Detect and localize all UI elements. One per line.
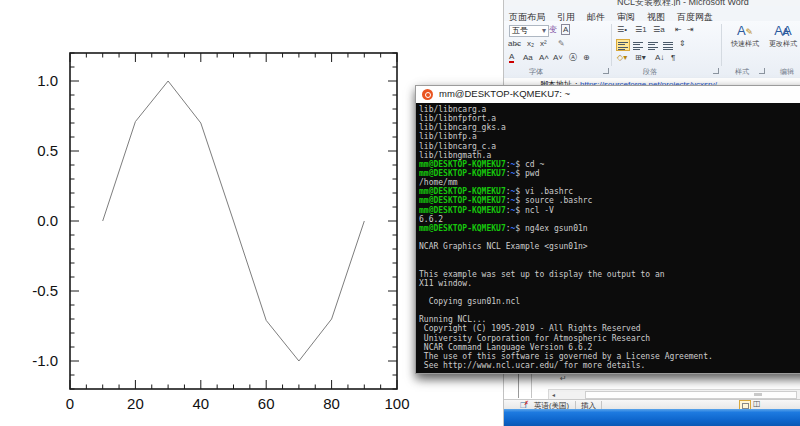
x-tick-label: 80 xyxy=(323,395,340,412)
shrink-font-button[interactable]: A˅ xyxy=(553,52,563,63)
terminal-window[interactable]: mm@DESKTOP-KQMEKU7: ~ lib/libncarg.alib/… xyxy=(415,85,800,374)
paragraph-dialog-launcher-icon[interactable] xyxy=(713,68,719,74)
terminal-output-line: lib/libncarg_c.a xyxy=(419,142,800,151)
terminal-output-line: lib/libncarg.a xyxy=(419,105,800,114)
terminal-command-line: mm@DESKTOP-KQMEKU7:~$ source .bashrc xyxy=(419,196,800,205)
align-left-button[interactable] xyxy=(616,39,630,51)
y-tick-label: 0.0 xyxy=(37,212,58,229)
terminal-output-line: University Corporation for Atmospheric R… xyxy=(419,334,800,343)
decrease-indent-button[interactable]: ⇤ xyxy=(675,24,682,35)
command-text: source .bashrc xyxy=(525,196,592,205)
terminal-output-line: lib/libngmath.a xyxy=(419,151,800,160)
grow-font-button[interactable]: A˄ xyxy=(539,52,549,63)
statusbar-divider xyxy=(601,401,602,409)
x-tick-label: 20 xyxy=(127,395,144,412)
y-tick-label: -0.5 xyxy=(32,282,58,299)
command-text: ng4ex gsun01n xyxy=(525,224,588,233)
y-tick-label: 1.0 xyxy=(37,72,58,89)
terminal-title: mm@DESKTOP-KQMEKU7: ~ xyxy=(439,88,570,99)
circle-character-button[interactable]: ⊕ xyxy=(583,52,590,63)
superscript-button[interactable]: x² xyxy=(540,38,547,49)
spellcheck-error-icon: ✗ xyxy=(524,399,529,406)
terminal-output-line: Copyright (C) 1995-2019 - All Rights Res… xyxy=(419,324,800,333)
align-right-button[interactable] xyxy=(646,39,660,51)
shading-button[interactable]: ◇▾ xyxy=(617,52,627,63)
taskbar xyxy=(503,409,800,426)
subscript-button[interactable]: x₂ xyxy=(527,38,534,49)
scroll-left-icon[interactable]: ◂ xyxy=(552,391,555,398)
pinyin-guide-button[interactable]: 变 xyxy=(549,24,557,35)
terminal-output-line xyxy=(419,233,800,242)
justify-button[interactable] xyxy=(661,39,675,51)
terminal-output-line: NCAR Command Language Version 6.6.2 xyxy=(419,343,800,352)
terminal-screen[interactable]: lib/libncarg.alib/libnfpfort.alib/libnca… xyxy=(416,103,800,373)
terminal-titlebar[interactable]: mm@DESKTOP-KQMEKU7: ~ xyxy=(416,86,800,104)
scrollbar-thumb[interactable] xyxy=(585,391,797,399)
terminal-command-line: mm@DESKTOP-KQMEKU7:~$ pwd xyxy=(419,169,800,178)
borders-button[interactable]: ⊞▾ xyxy=(635,52,646,63)
reading-view-button[interactable]: ◫ xyxy=(753,399,761,408)
character-border-button[interactable]: A xyxy=(561,24,570,35)
quick-styles-button[interactable]: A✎ 快速样式 xyxy=(727,23,763,57)
terminal-output-line: 6.6.2 xyxy=(419,215,800,224)
terminal-output-line xyxy=(419,306,800,315)
prompt-sigil: $ xyxy=(515,169,525,178)
table-gridline xyxy=(531,372,532,398)
x-tick-label: 60 xyxy=(258,395,275,412)
terminal-command-line: mm@DESKTOP-KQMEKU7:~$ vi .bashrc xyxy=(419,187,800,196)
terminal-output-line xyxy=(419,260,800,269)
terminal-output-line: This example was set up to display the o… xyxy=(419,270,800,279)
x-tick-label: 100 xyxy=(384,395,409,412)
command-text: ncl -V xyxy=(525,206,554,215)
change-styles-label: 更改样式 xyxy=(765,39,800,49)
pencil-icon: ✎ xyxy=(746,27,754,37)
terminal-command-line: mm@DESKTOP-KQMEKU7:~$ ng4ex gsun01n xyxy=(419,224,800,233)
change-case-button[interactable]: Aa xyxy=(523,52,533,63)
enclose-characters-button[interactable]: Ⓐ xyxy=(569,52,577,63)
terminal-output-line: lib/libnfp.a xyxy=(419,132,800,141)
styles-group-label: 样式 xyxy=(735,67,749,77)
font-group-label: 字体 xyxy=(529,67,543,77)
line-spacing-button[interactable]: ⇕ xyxy=(679,38,686,49)
styles-dialog-launcher-icon[interactable] xyxy=(759,68,765,74)
ubuntu-icon xyxy=(422,89,433,100)
increase-indent-button[interactable]: ⇥ xyxy=(687,24,694,35)
show-marks-button[interactable]: ¶ xyxy=(671,52,675,63)
format-painter-icon[interactable]: ✎ xyxy=(558,38,565,49)
data-line xyxy=(103,81,365,361)
x-tick-label: 40 xyxy=(192,395,209,412)
command-text: cd ~ xyxy=(525,160,544,169)
command-text: pwd xyxy=(525,169,539,178)
terminal-output-line: See http://www.ncl.ucar.edu/ for more de… xyxy=(419,361,800,370)
x-tick-label: 0 xyxy=(66,395,74,412)
terminal-output-line: NCAR Graphics NCL Example <gsun01n> xyxy=(419,242,800,251)
terminal-output-line: The use of this software is governed by … xyxy=(419,352,800,361)
font-size-combo[interactable]: 五号 ▾ xyxy=(509,25,549,37)
terminal-command-line: mm@DESKTOP-KQMEKU7:~$ ncl -V xyxy=(419,206,800,215)
prompt-user-host: mm@DESKTOP-KQMEKU7 xyxy=(419,196,506,205)
terminal-output-line: Copying gsun01n.ncl xyxy=(419,297,800,306)
terminal-command-line: mm@DESKTOP-KQMEKU7:~$ cd ~ xyxy=(419,160,800,169)
prompt-user-host: mm@DESKTOP-KQMEKU7 xyxy=(419,187,506,196)
y-tick-label: -1.0 xyxy=(32,352,58,369)
quick-styles-icon: A xyxy=(737,23,746,38)
bullets-button[interactable]: ☰• xyxy=(617,24,627,35)
align-center-button[interactable] xyxy=(631,39,645,51)
terminal-output-line: Running NCL... xyxy=(419,315,800,324)
strikethrough-button[interactable]: ab̶c xyxy=(508,38,521,49)
find-button[interactable]: A xyxy=(782,27,789,38)
y-tick-label: 0.5 xyxy=(37,142,58,159)
multilevel-list-button[interactable]: ☰a xyxy=(653,24,665,35)
ribbon: 五号 ▾ 变 A ab̶c x₂ x² ✎ A Aa A˄ A˅ Ⓐ ⊕ 字体 … xyxy=(503,21,800,79)
sort-button[interactable]: A↓ xyxy=(655,52,664,63)
prompt-user-host: mm@DESKTOP-KQMEKU7 xyxy=(419,224,506,233)
font-color-button[interactable]: A xyxy=(509,52,514,63)
numbering-button[interactable]: ☰1 xyxy=(635,24,647,35)
prompt-sigil: $ xyxy=(515,160,525,169)
chevron-down-icon: ▾ xyxy=(542,26,546,36)
terminal-output-line: lib/libncarg_gks.a xyxy=(419,123,800,132)
terminal-output-line: lib/libnfpfort.a xyxy=(419,114,800,123)
prompt-sigil: $ xyxy=(515,224,525,233)
font-dialog-launcher-icon[interactable] xyxy=(603,68,609,74)
prompt-sigil: $ xyxy=(515,196,525,205)
